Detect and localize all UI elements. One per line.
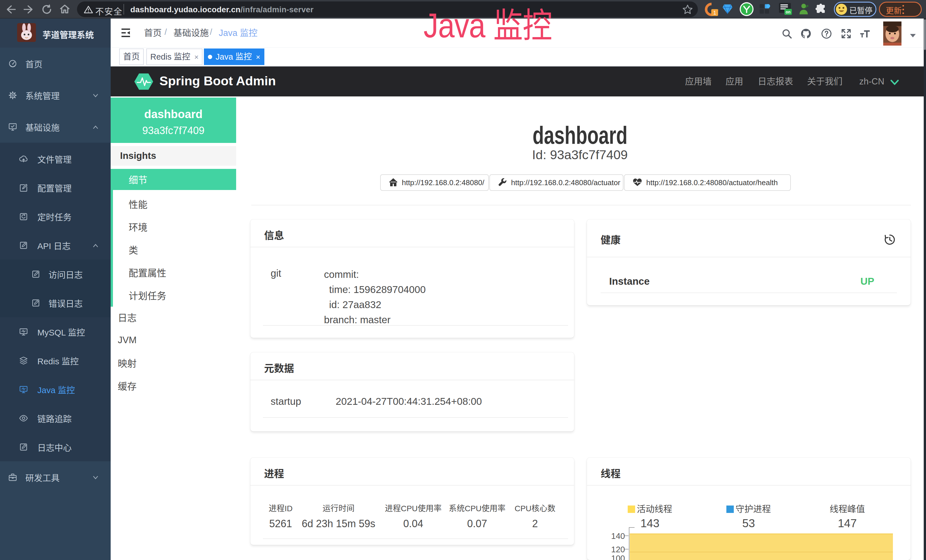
svg-text:1: 1	[713, 10, 716, 16]
svg-text:on: on	[786, 10, 791, 14]
